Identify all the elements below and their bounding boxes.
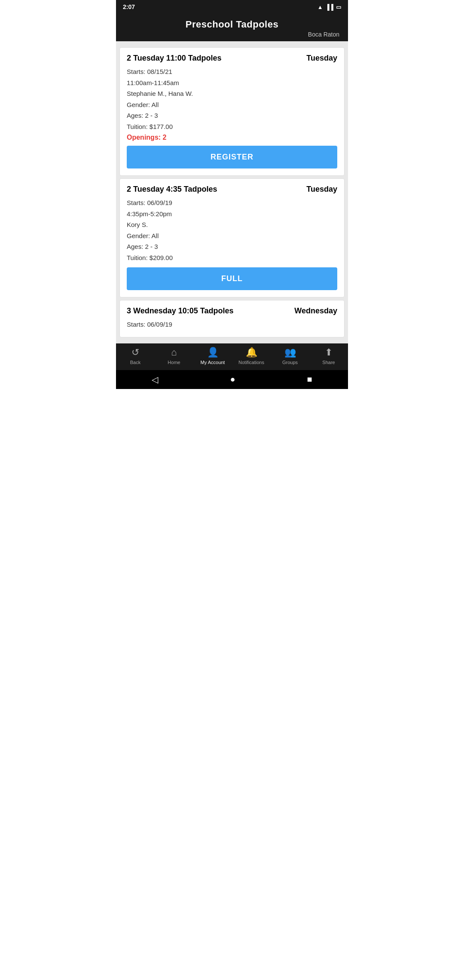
account-icon: 👤 <box>207 347 219 358</box>
nav-back[interactable]: ↺ Back <box>116 347 155 365</box>
class-starts-3: Starts: 06/09/19 <box>127 319 337 330</box>
notifications-icon: 🔔 <box>246 347 257 358</box>
home-icon: ⌂ <box>171 347 177 358</box>
class-header-2: 2 Tuesday 4:35 Tadpoles Tuesday <box>127 185 337 194</box>
class-list: 2 Tuesday 11:00 Tadpoles Tuesday Starts:… <box>116 41 348 343</box>
wifi-icon: ▲ <box>317 4 323 10</box>
class-name-2: 2 Tuesday 4:35 Tadpoles <box>127 185 306 194</box>
android-back-button[interactable]: ◁ <box>152 374 158 385</box>
class-tuition-2: Tuition: $209.00 <box>127 252 337 263</box>
location-subtitle: Boca Raton <box>123 30 341 38</box>
class-name-wrapper-3: 3 Wednesday 10:05 Tadpoles <box>127 306 294 315</box>
status-time: 2:07 <box>123 3 135 10</box>
share-icon: ⬆ <box>325 347 333 358</box>
android-recents-button[interactable]: ■ <box>307 374 312 384</box>
bottom-navigation: ↺ Back ⌂ Home 👤 My Account 🔔 Notificatio… <box>116 343 348 370</box>
battery-icon: ▭ <box>336 4 341 10</box>
app-header: Preschool Tadpoles Boca Raton <box>116 14 348 41</box>
class-gender-1: Gender: All <box>127 99 337 110</box>
class-instructors-2: Kory S. <box>127 219 337 230</box>
class-gender-2: Gender: All <box>127 230 337 242</box>
class-day-2: Tuesday <box>306 185 337 194</box>
android-nav-bar: ◁ ● ■ <box>116 370 348 389</box>
class-day-1: Tuesday <box>306 54 337 63</box>
class-card-3: 3 Wednesday 10:05 Tadpoles Wednesday Sta… <box>119 300 345 337</box>
nav-home-label: Home <box>168 360 180 365</box>
nav-groups[interactable]: 👥 Groups <box>271 347 309 365</box>
nav-groups-label: Groups <box>282 360 298 365</box>
class-instructors-1: Stephanie M., Hana W. <box>127 88 337 99</box>
class-header-3: 3 Wednesday 10:05 Tadpoles Wednesday <box>127 306 337 315</box>
android-home-button[interactable]: ● <box>230 374 235 384</box>
nav-share[interactable]: ⬆ Share <box>309 347 348 365</box>
class-name-1: 2 Tuesday 11:00 Tadpoles <box>127 54 306 63</box>
page-title: Preschool Tadpoles <box>123 19 341 30</box>
class-time-2: 4:35pm-5:20pm <box>127 208 337 220</box>
nav-share-label: Share <box>322 360 335 365</box>
nav-account-label: My Account <box>201 360 225 365</box>
class-starts-1: Starts: 08/15/21 <box>127 66 337 77</box>
class-openings-1: Openings: 2 <box>127 134 337 141</box>
nav-notifications-label: Notifications <box>238 360 264 365</box>
class-header-1: 2 Tuesday 11:00 Tadpoles Tuesday <box>127 54 337 63</box>
class-starts-2: Starts: 06/09/19 <box>127 197 337 208</box>
class-ages-1: Ages: 2 - 3 <box>127 110 337 121</box>
groups-icon: 👥 <box>284 347 296 358</box>
class-ages-2: Ages: 2 - 3 <box>127 241 337 252</box>
nav-back-label: Back <box>130 360 140 365</box>
class-time-1: 11:00am-11:45am <box>127 77 337 89</box>
nav-home[interactable]: ⌂ Home <box>155 347 193 365</box>
class-day-3: Wednesday <box>294 306 337 315</box>
full-button-2[interactable]: FULL <box>127 267 337 290</box>
signal-icon: ▐▐ <box>326 4 333 10</box>
register-button-1[interactable]: REGISTER <box>127 146 337 168</box>
status-bar: 2:07 ▲ ▐▐ ▭ <box>116 0 348 14</box>
class-card-2: 2 Tuesday 4:35 Tadpoles Tuesday Starts: … <box>119 178 345 297</box>
class-name-3: 3 Wednesday 10:05 Tadpoles <box>127 306 294 315</box>
class-tuition-1: Tuition: $177.00 <box>127 121 337 132</box>
status-icons: ▲ ▐▐ ▭ <box>317 4 341 10</box>
class-card-1: 2 Tuesday 11:00 Tadpoles Tuesday Starts:… <box>119 47 345 176</box>
nav-my-account[interactable]: 👤 My Account <box>193 347 232 365</box>
nav-notifications[interactable]: 🔔 Notifications <box>232 347 271 365</box>
back-icon: ↺ <box>131 347 139 358</box>
